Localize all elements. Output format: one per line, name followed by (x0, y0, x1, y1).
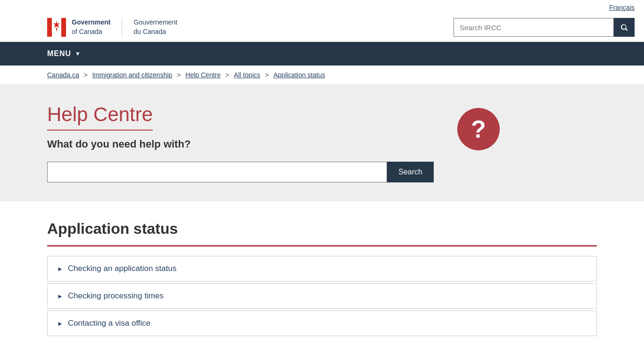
breadcrumb-separator: > (265, 71, 271, 79)
accordion-label-3: Contacting a visa office (68, 319, 150, 328)
header-search-button[interactable] (614, 18, 635, 37)
header-search-area (454, 18, 635, 37)
svg-rect-4 (56, 28, 57, 31)
section-divider (47, 245, 597, 247)
hero-search-button[interactable]: Search (387, 162, 434, 182)
gov-name-fr: Gouvernement du Canada (133, 18, 177, 36)
help-centre-title: Help Centre (47, 103, 153, 131)
canada-flag-icon (47, 18, 66, 37)
header-search-input[interactable] (454, 18, 614, 37)
search-icon (619, 23, 629, 32)
menu-label: MENU (47, 49, 71, 58)
accordion-toggle-1[interactable]: ► Checking an application status (48, 256, 596, 281)
hero-search-area: Search (47, 162, 434, 182)
language-bar: Français (0, 0, 644, 13)
accordion-label-2: Checking processing times (68, 291, 164, 301)
site-header: Government of Canada Gouvernement du Can… (0, 13, 644, 42)
accordion-item-3: ► Contacting a visa office (47, 311, 597, 336)
accordion-item-1: ► Checking an application status (47, 256, 597, 281)
logo-area: Government of Canada Gouvernement du Can… (47, 18, 177, 37)
accordion-label-1: Checking an application status (68, 264, 177, 273)
accordion-toggle-2[interactable]: ► Checking processing times (48, 284, 596, 308)
hero-subtitle: What do you need help with? (47, 138, 471, 150)
breadcrumb-separator: > (225, 71, 231, 79)
breadcrumb-link-application-status[interactable]: Application status (273, 71, 325, 79)
hero-inner: Help Centre What do you need help with? … (47, 103, 471, 182)
accordion-arrow-icon-3: ► (57, 320, 63, 327)
breadcrumb-separator: > (177, 71, 182, 79)
question-mark-icon: ? (457, 108, 500, 150)
breadcrumb-link-help-centre[interactable]: Help Centre (185, 71, 221, 79)
accordion-toggle-3[interactable]: ► Contacting a visa office (48, 311, 596, 336)
chevron-down-icon: ▼ (75, 50, 81, 57)
accordion-arrow-icon-2: ► (57, 293, 63, 300)
main-content: Application status ► Checking an applica… (0, 201, 644, 357)
accordion-item-2: ► Checking processing times (47, 283, 597, 309)
svg-rect-0 (47, 18, 52, 37)
menu-button[interactable]: MENU ▼ (47, 42, 81, 66)
gov-name-en: Government of Canada (72, 18, 110, 36)
hero-section: Help Centre What do you need help with? … (0, 84, 644, 201)
breadcrumb-link-immigration[interactable]: Immigration and citizenship (92, 71, 173, 79)
main-nav: MENU ▼ (0, 42, 644, 66)
hero-search-input[interactable] (47, 162, 387, 182)
section-title: Application status (47, 220, 597, 241)
breadcrumb: Canada.ca > Immigration and citizenship … (0, 66, 644, 84)
svg-rect-2 (61, 18, 66, 37)
accordion-arrow-icon-1: ► (57, 265, 63, 272)
breadcrumb-separator: > (84, 71, 90, 79)
french-link[interactable]: Français (609, 4, 635, 11)
breadcrumb-link-all-topics[interactable]: All topics (234, 71, 260, 79)
breadcrumb-link-canada[interactable]: Canada.ca (47, 71, 79, 79)
logo-separator (122, 18, 122, 37)
